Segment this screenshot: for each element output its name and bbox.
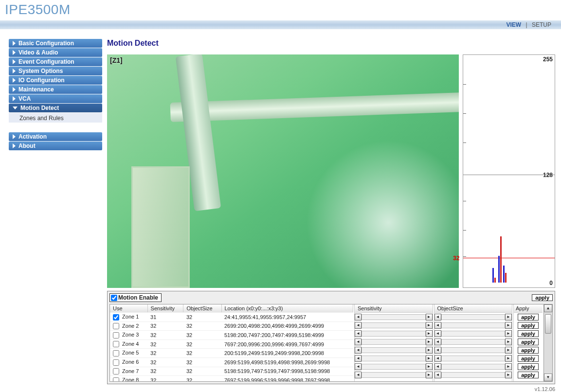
slider-decrease-icon[interactable]: ◄: [434, 355, 441, 362]
sidebar-item-video-audio[interactable]: Video & Audio: [9, 48, 102, 57]
table-row[interactable]: Zone 832327697:5199,9996:5199,9996:9998,…: [110, 376, 353, 381]
slider-increase-icon[interactable]: ►: [426, 355, 433, 362]
col-use[interactable]: Use: [110, 304, 147, 313]
row-apply-button[interactable]: apply: [518, 339, 539, 345]
sidebar-item-io-configuration[interactable]: IO Configuration: [9, 76, 102, 85]
slider-decrease-icon[interactable]: ◄: [355, 363, 362, 370]
slider-decrease-icon[interactable]: ◄: [434, 322, 441, 329]
scroll-thumb[interactable]: [545, 314, 551, 334]
table-row[interactable]: Zone 432327697:200,9996:200,9996:4999,76…: [110, 339, 353, 349]
slider-decrease-icon[interactable]: ◄: [434, 339, 441, 345]
video-preview[interactable]: [Z1]: [107, 54, 459, 288]
slider-increase-icon[interactable]: ►: [426, 330, 433, 337]
slider-increase-icon[interactable]: ►: [426, 372, 433, 378]
slider-decrease-icon[interactable]: ◄: [355, 372, 362, 378]
sidebar-subitem-zones-and-rules[interactable]: Zones and Rules: [9, 113, 102, 123]
slider-increase-icon[interactable]: ►: [426, 314, 433, 321]
slider-track[interactable]: [362, 331, 426, 337]
zone-use-checkbox[interactable]: [113, 350, 119, 356]
nav-view[interactable]: VIEW: [507, 21, 522, 28]
slider-increase-icon[interactable]: ►: [505, 363, 512, 370]
table-row[interactable]: Zone 332325198:200,7497:200,7497:4999,51…: [110, 331, 353, 340]
zone-use-checkbox[interactable]: [113, 314, 119, 321]
col-location[interactable]: Location (x0:y0:...:x3:y3): [221, 304, 353, 313]
sidebar-item-vca[interactable]: VCA: [9, 94, 102, 103]
slider-decrease-icon[interactable]: ◄: [434, 330, 441, 337]
slider-track[interactable]: [441, 347, 506, 353]
slider-increase-icon[interactable]: ►: [505, 355, 512, 362]
slider-increase-icon[interactable]: ►: [505, 322, 512, 329]
row-apply-button[interactable]: apply: [518, 355, 539, 362]
row-apply-button[interactable]: apply: [518, 322, 539, 329]
slider-track[interactable]: [441, 339, 506, 345]
slider-increase-icon[interactable]: ►: [505, 347, 512, 354]
scroll-up-icon[interactable]: ▲: [544, 304, 552, 312]
slider-increase-icon[interactable]: ►: [426, 339, 433, 345]
slider-increase-icon[interactable]: ►: [505, 339, 512, 345]
table-row[interactable]: Zone 1313224:41,9955:41,9955:9957,24:995…: [110, 313, 353, 322]
col-objectsize[interactable]: ObjectSize: [183, 304, 221, 313]
slider-track[interactable]: [441, 331, 506, 337]
slider-increase-icon[interactable]: ►: [505, 372, 512, 378]
slider-track[interactable]: [441, 364, 506, 370]
table-row[interactable]: Zone 232322699:200,4998:200,4998:4999,26…: [110, 321, 353, 331]
sidebar-item-maintenance[interactable]: Maintenance: [9, 85, 102, 94]
slider-decrease-icon[interactable]: ◄: [355, 330, 362, 337]
motion-enable-toggle[interactable]: Motion Enable: [109, 293, 162, 302]
nav-setup[interactable]: SETUP: [532, 21, 551, 28]
sidebar-item-system-options[interactable]: System Options: [9, 67, 102, 75]
zone-use-checkbox[interactable]: [113, 341, 119, 347]
slider-increase-icon[interactable]: ►: [505, 314, 512, 321]
slider-track[interactable]: [362, 339, 426, 345]
zone-use-checkbox[interactable]: [113, 377, 119, 381]
slider-track[interactable]: [441, 356, 506, 361]
table-row[interactable]: Zone 632322699:5199,4998:5199,4998:9998,…: [110, 357, 353, 367]
slider-track[interactable]: [441, 372, 506, 378]
slider-increase-icon[interactable]: ►: [426, 322, 433, 329]
motion-enable-checkbox[interactable]: [111, 295, 117, 301]
threshold-line[interactable]: [463, 258, 555, 258]
vertical-scrollbar[interactable]: ▲ ▼: [543, 304, 552, 381]
row-apply-button[interactable]: apply: [518, 363, 539, 370]
slider-decrease-icon[interactable]: ◄: [434, 347, 441, 354]
sidebar-item-basic-configuration[interactable]: Basic Configuration: [9, 39, 102, 48]
sidebar-item-about[interactable]: About: [9, 142, 102, 150]
sidebar-item-activation[interactable]: Activation: [9, 132, 102, 141]
slider-decrease-icon[interactable]: ◄: [434, 372, 441, 378]
slider-decrease-icon[interactable]: ◄: [355, 339, 362, 345]
slider-decrease-icon[interactable]: ◄: [434, 314, 441, 321]
table-row[interactable]: Zone 53232200:5199,2499:5199,2499:9998,2…: [110, 349, 353, 358]
slider-decrease-icon[interactable]: ◄: [355, 355, 362, 362]
zone-use-checkbox[interactable]: [113, 332, 119, 339]
table-row[interactable]: Zone 732325198:5199,7497:5199,7497:9998,…: [110, 367, 353, 376]
sidebar-item-event-configuration[interactable]: Event Configuration: [9, 57, 102, 66]
row-apply-button[interactable]: apply: [518, 372, 539, 378]
slider-track[interactable]: [441, 322, 506, 328]
slider-increase-icon[interactable]: ►: [426, 363, 433, 370]
slider-track[interactable]: [362, 372, 426, 378]
slider-track[interactable]: [362, 322, 426, 328]
zone-name: Zone 8: [122, 377, 139, 381]
zone-use-checkbox[interactable]: [113, 359, 119, 366]
top-apply-button[interactable]: apply: [532, 294, 553, 301]
row-apply-button[interactable]: apply: [518, 330, 539, 337]
slider-track[interactable]: [362, 347, 426, 353]
slider-track[interactable]: [441, 314, 506, 320]
slider-track[interactable]: [362, 356, 426, 361]
zone-use-checkbox[interactable]: [113, 368, 119, 374]
zone-use-checkbox[interactable]: [113, 323, 119, 329]
scroll-down-icon[interactable]: ▼: [544, 374, 552, 381]
slider-decrease-icon[interactable]: ◄: [355, 347, 362, 354]
slider-track[interactable]: [362, 314, 426, 320]
col-sensitivity[interactable]: Sensitivity: [147, 304, 183, 313]
slider-decrease-icon[interactable]: ◄: [434, 363, 441, 370]
sidebar-item-motion-detect[interactable]: Motion Detect: [9, 104, 102, 112]
slider-decrease-icon[interactable]: ◄: [355, 314, 362, 321]
zone-objectsize: 32: [183, 349, 221, 358]
slider-increase-icon[interactable]: ►: [505, 330, 512, 337]
slider-increase-icon[interactable]: ►: [426, 347, 433, 354]
row-apply-button[interactable]: apply: [518, 314, 539, 321]
slider-decrease-icon[interactable]: ◄: [355, 322, 362, 329]
slider-track[interactable]: [362, 364, 426, 370]
row-apply-button[interactable]: apply: [518, 347, 539, 354]
